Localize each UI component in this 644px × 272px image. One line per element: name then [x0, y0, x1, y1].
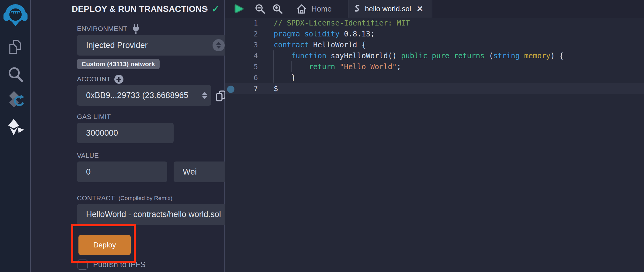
code-line-6[interactable]: 6 } — [225, 72, 644, 83]
gas-limit-input[interactable]: 3000000 — [77, 123, 174, 143]
contract-label: CONTRACT (Compiled by Remix) — [77, 194, 172, 202]
line-number: 4 — [225, 50, 258, 61]
gas-limit-label: GAS LIMIT — [77, 113, 111, 121]
breakpoint-dot[interactable] — [227, 86, 234, 93]
line-number: 2 — [225, 29, 258, 39]
code-line-4[interactable]: 4 function sayHelloWorld() public pure r… — [225, 50, 644, 61]
account-value: 0xBB9...29733 (23.6688965 — [86, 91, 188, 100]
value-amount: 0 — [86, 167, 91, 177]
tab-hello-world-sol[interactable]: hello world.sol ✕ — [348, 0, 432, 18]
magnifier-icon — [7, 66, 24, 83]
zoom-in-icon — [272, 4, 283, 14]
zoom-out-icon — [255, 4, 265, 14]
account-label-text: ACCOUNT — [77, 75, 111, 83]
environment-label: ENVIRONMENT — [77, 24, 141, 34]
network-badge: Custom (43113) network — [77, 59, 160, 69]
deploy-run-icon[interactable] — [0, 118, 31, 136]
value-label: VALUE — [77, 152, 99, 160]
code-text: contract HelloWorld { — [274, 41, 366, 49]
search-icon[interactable] — [0, 66, 31, 83]
code-line-5[interactable]: 5 return "Hello World"; — [225, 61, 644, 72]
publish-ipfs-label: Publish to IPFS — [93, 260, 145, 269]
remix-logo[interactable] — [0, 2, 31, 27]
chevron-right-icon[interactable]: › — [206, 4, 208, 14]
code-line-2[interactable]: 2pragma solidity 0.8.13; — [225, 29, 644, 39]
stepper-icon — [213, 39, 225, 51]
editor-pane: Home hello world.sol ✕ 1// SPDX-License-… — [225, 0, 644, 272]
ethereum-arrow-icon — [6, 118, 25, 136]
panel-title: DEPLOY & RUN TRANSACTIONS — [72, 4, 207, 14]
check-icon: ✓ — [212, 4, 219, 14]
publish-ipfs-checkbox[interactable] — [78, 260, 88, 270]
plug-icon — [131, 24, 141, 34]
line-number: 3 — [225, 39, 258, 50]
deploy-button[interactable]: Deploy — [78, 235, 131, 255]
home-icon — [296, 4, 307, 14]
add-account-icon[interactable] — [114, 75, 123, 84]
activity-bar — [0, 0, 31, 272]
contract-label-text: CONTRACT — [77, 194, 115, 202]
solidity-compiler-icon[interactable] — [0, 90, 31, 110]
value-input[interactable]: 0 — [77, 162, 167, 182]
close-tab-icon[interactable]: ✕ — [417, 4, 423, 14]
code-line-1[interactable]: 1// SPDX-License-Identifier: MIT — [225, 18, 644, 29]
account-label: ACCOUNT — [77, 75, 123, 84]
code-line-7[interactable]: 7$ — [225, 83, 644, 94]
environment-select[interactable]: Injected Provider — [77, 35, 229, 56]
code-text: pragma solidity 0.8.13; — [274, 30, 375, 38]
play-icon — [234, 3, 244, 14]
indent-guide — [273, 50, 274, 83]
zoom-out-button[interactable] — [255, 0, 265, 18]
contract-select[interactable]: HelloWorld - contracts/hello world.sol — [77, 204, 240, 225]
remix-logo-icon — [2, 2, 29, 27]
compiler-icon — [5, 90, 26, 110]
tab-home-label: Home — [311, 5, 332, 13]
run-script-button[interactable] — [234, 0, 244, 18]
indent-guide — [291, 61, 292, 72]
file-explorer-icon[interactable] — [0, 38, 31, 56]
code-text: // SPDX-License-Identifier: MIT — [274, 19, 410, 27]
line-number: 1 — [225, 18, 258, 29]
contract-sublabel: (Compiled by Remix) — [119, 195, 172, 202]
gas-limit-label-text: GAS LIMIT — [77, 113, 111, 121]
solidity-file-icon — [354, 4, 361, 13]
account-select[interactable]: 0xBB9...29733 (23.6688965 — [77, 85, 211, 106]
code-area[interactable]: 1// SPDX-License-Identifier: MIT2pragma … — [225, 18, 644, 272]
line-number: 6 — [225, 72, 258, 83]
editor-tabbar: Home hello world.sol ✕ — [225, 0, 644, 18]
gas-limit-value: 3000000 — [86, 128, 118, 138]
contract-value: HelloWorld - contracts/hello world.sol — [86, 210, 221, 219]
files-icon — [7, 38, 24, 56]
code-lines: 1// SPDX-License-Identifier: MIT2pragma … — [225, 18, 644, 94]
line-number: 5 — [225, 61, 258, 72]
publish-row: Publish to IPFS — [78, 260, 145, 270]
code-text: } — [274, 73, 296, 82]
environment-label-text: ENVIRONMENT — [77, 25, 127, 33]
tab-home[interactable]: Home — [293, 0, 335, 18]
code-text: function sayHelloWorld() public pure ret… — [274, 52, 564, 60]
code-line-3[interactable]: 3contract HelloWorld { — [225, 39, 644, 50]
code-text: $ — [274, 84, 278, 93]
value-label-text: VALUE — [77, 152, 99, 160]
code-text: return "Hello World"; — [274, 63, 401, 71]
zoom-in-button[interactable] — [272, 0, 283, 18]
deploy-run-panel: DEPLOY & RUN TRANSACTIONS ✓ › ENVIRONMEN… — [31, 0, 225, 272]
environment-value: Injected Provider — [86, 41, 148, 50]
tab-file-label: hello world.sol — [365, 5, 411, 13]
stepper-icon — [202, 85, 207, 106]
value-unit: Wei — [183, 167, 197, 177]
